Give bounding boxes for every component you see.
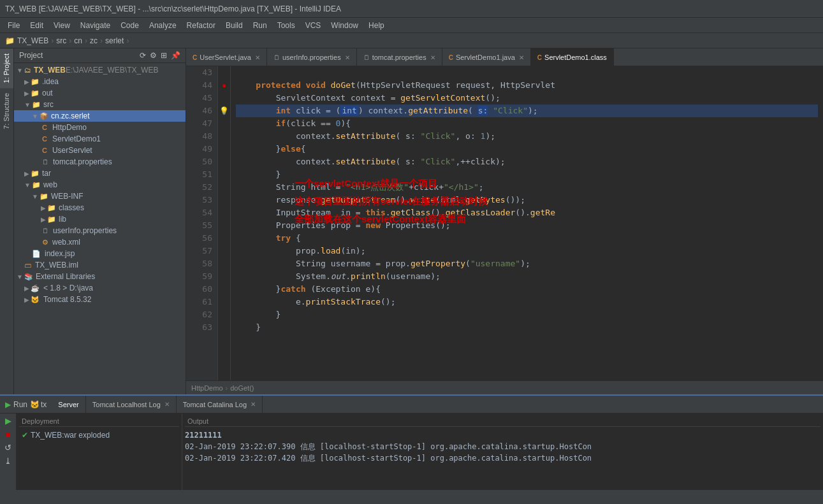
breadcrumb-item[interactable]: serlet bbox=[105, 36, 124, 45]
breadcrumb-item[interactable]: src bbox=[56, 36, 66, 45]
run-icon2: 🐱 bbox=[30, 400, 40, 409]
breakpoint-icon: ● bbox=[218, 79, 230, 92]
tree-item-label: WEB-INF bbox=[51, 192, 84, 201]
expand-icon[interactable]: ⊞ bbox=[161, 51, 167, 60]
code-line-47: if(click == 0){ bbox=[236, 117, 818, 130]
tree-item-webxml[interactable]: ⚙ web.xml bbox=[14, 236, 186, 248]
tree-item-userservlet[interactable]: C UserServlet bbox=[14, 145, 186, 156]
menu-item-code[interactable]: Code bbox=[115, 20, 144, 31]
menu-item-file[interactable]: File bbox=[3, 20, 25, 31]
sidebar-tab-project[interactable]: 1: Project bbox=[0, 48, 13, 88]
deployment-item: ✔ TX_WEB:war exploded bbox=[19, 429, 179, 441]
menubar: FileEditViewNavigateCodeAnalyzeRefactorB… bbox=[0, 18, 823, 33]
tree-item-external-libs[interactable]: ▼ 📚 External Libraries bbox=[14, 271, 186, 282]
menu-item-run[interactable]: Run bbox=[248, 20, 272, 31]
java-file-icon: C bbox=[42, 135, 47, 143]
menu-item-vcs[interactable]: VCS bbox=[300, 20, 326, 31]
run-scroll-button[interactable]: ⤓ bbox=[4, 456, 11, 466]
code-line-50: context.setAttribute( s: "Click",++click… bbox=[236, 155, 818, 168]
tree-item-userinfo-prop[interactable]: 🗒 userInfo.properties bbox=[14, 225, 186, 236]
run-panel: ▶ Run 🐱 tx Server Tomcat Localhost Log ✕… bbox=[0, 394, 823, 490]
menu-item-help[interactable]: Help bbox=[363, 20, 390, 31]
run-tab-server-label: Server bbox=[58, 401, 78, 408]
tree-item-webinf[interactable]: ▼ 📁 WEB-INF bbox=[14, 191, 186, 202]
menu-item-view[interactable]: View bbox=[48, 20, 75, 31]
run-restart-button[interactable]: ↺ bbox=[4, 443, 11, 452]
tree-item-label: TX_WEB bbox=[34, 66, 66, 75]
output-line-3: 02-Jan-2019 23:22:07.420 信息 [localhost-s… bbox=[185, 452, 820, 464]
run-tab-localhost-log-label: Tomcat Localhost Log bbox=[92, 401, 161, 408]
tree-item-iml[interactable]: 🗃 TX_WEB.iml bbox=[14, 259, 186, 271]
menu-item-build[interactable]: Build bbox=[221, 20, 248, 31]
tab-label: tomcat.properties bbox=[372, 54, 426, 61]
code-content[interactable]: protected void doGet(HttpServletRequest … bbox=[231, 66, 823, 380]
tree-item-classes[interactable]: ▶ 📁 classes bbox=[14, 202, 186, 213]
run-tab-close-icon[interactable]: ✕ bbox=[251, 401, 256, 408]
prop-file-icon: 🗒 bbox=[42, 158, 49, 166]
code-line-59: System.out.println(username); bbox=[236, 270, 818, 283]
tree-item-label: ServletDemo1 bbox=[52, 134, 101, 143]
menu-item-window[interactable]: Window bbox=[326, 20, 363, 31]
run-tab-catalina-log[interactable]: Tomcat Catalina Log ✕ bbox=[177, 396, 263, 414]
project-label: Project bbox=[19, 51, 43, 60]
breadcrumb-item[interactable]: TX_WEB bbox=[17, 36, 48, 45]
tab-close-icon[interactable]: ✕ bbox=[519, 54, 524, 61]
gear-icon[interactable]: ⚙ bbox=[150, 51, 157, 60]
menu-item-edit[interactable]: Edit bbox=[25, 20, 48, 31]
tab-label: ServletDemo1.java bbox=[456, 54, 515, 61]
run-label: ▶ Run 🐱 tx bbox=[0, 400, 52, 409]
tree-item-label: Tomcat 8.5.32 bbox=[43, 295, 91, 304]
editor-tabs: C UserServlet.java ✕ 🗒 userInfo.properti… bbox=[186, 48, 823, 66]
sync-icon[interactable]: ⟳ bbox=[140, 51, 146, 60]
tab-close-icon[interactable]: ✕ bbox=[345, 54, 350, 61]
pin-icon[interactable]: 📌 bbox=[171, 51, 180, 60]
tree-item-jdk[interactable]: ▶ ☕ < 1.8 > D:\java bbox=[14, 282, 186, 294]
tab-close-icon[interactable]: ✕ bbox=[255, 54, 260, 61]
menu-item-analyze[interactable]: Analyze bbox=[144, 20, 182, 31]
tree-item-idea[interactable]: ▶ 📁 .idea bbox=[14, 76, 186, 87]
tab-userinfo-prop[interactable]: 🗒 userInfo.properties ✕ bbox=[267, 48, 357, 66]
folder-icon: 📁 bbox=[47, 215, 56, 224]
menu-item-tools[interactable]: Tools bbox=[272, 20, 300, 31]
tree-item-cn-zc-serlet[interactable]: ▼ 📦 cn.zc.serlet bbox=[14, 110, 186, 122]
tab-servletdemo1-java[interactable]: C ServletDemo1.java ✕ bbox=[442, 48, 531, 66]
breadcrumb: 📁 TX_WEB › src › cn › zc › serlet › bbox=[0, 33, 823, 48]
run-tab-close-icon[interactable]: ✕ bbox=[164, 401, 170, 408]
tree-item-servletdemo1[interactable]: C ServletDemo1 bbox=[14, 133, 186, 145]
menu-item-refactor[interactable]: Refactor bbox=[182, 20, 221, 31]
tree-item-out[interactable]: ▶ 📁 out bbox=[14, 87, 186, 99]
run-icon: ▶ bbox=[5, 400, 11, 409]
folder-icon: 📁 bbox=[40, 192, 48, 201]
deployment-item-label: TX_WEB:war exploded bbox=[31, 431, 110, 440]
tree-item-label: web.xml bbox=[52, 238, 80, 247]
tab-tomcat-prop[interactable]: 🗒 tomcat.properties ✕ bbox=[357, 48, 442, 66]
tree-item-tomcat[interactable]: ▶ 🐱 Tomcat 8.5.32 bbox=[14, 294, 186, 305]
code-line-60: }catch (Exception e){ bbox=[236, 283, 818, 296]
breadcrumb-item[interactable]: zc bbox=[90, 36, 98, 45]
xml-file-icon: ⚙ bbox=[42, 238, 48, 247]
breadcrumb-httpdemo[interactable]: HttpDemo bbox=[191, 384, 223, 392]
tab-close-icon[interactable]: ✕ bbox=[430, 54, 435, 61]
tree-item-lib[interactable]: ▶ 📁 lib bbox=[14, 213, 186, 225]
tab-servletdemo1-class[interactable]: C ServletDemo1.class bbox=[531, 48, 614, 66]
tab-userservlet[interactable]: C UserServlet.java ✕ bbox=[186, 48, 267, 66]
run-tabs: ▶ Run 🐱 tx Server Tomcat Localhost Log ✕… bbox=[0, 396, 823, 414]
breadcrumb-item[interactable]: cn bbox=[74, 36, 82, 45]
tree-item-httpdemo[interactable]: C HttpDemo bbox=[14, 122, 186, 133]
run-tab-server[interactable]: Server bbox=[52, 396, 85, 414]
tree-item-web[interactable]: ▼ 📁 web bbox=[14, 179, 186, 191]
tree-item-tomcat-prop[interactable]: 🗒 tomcat.properties bbox=[14, 156, 186, 168]
sidebar-tab-structure[interactable]: 7: Structure bbox=[0, 88, 13, 134]
menu-item-navigate[interactable]: Navigate bbox=[75, 20, 115, 31]
tree-item-label: out bbox=[42, 89, 53, 97]
tree-item-tar[interactable]: ▶ 📁 tar bbox=[14, 168, 186, 179]
deploy-ok-icon: ✔ bbox=[22, 431, 28, 440]
run-stop-button[interactable]: ■ bbox=[6, 429, 11, 439]
breadcrumb-doget[interactable]: doGet() bbox=[230, 384, 254, 392]
bulb-icon[interactable]: 💡 bbox=[218, 104, 230, 117]
run-tab-localhost-log[interactable]: Tomcat Localhost Log ✕ bbox=[86, 396, 177, 414]
tree-item-root[interactable]: ▼ 🗂 TX_WEB E:\JAVAEE_WEB\TX_WEB bbox=[14, 64, 186, 76]
tree-item-indexjsp[interactable]: 📄 index.jsp bbox=[14, 248, 186, 259]
run-play-button[interactable]: ▶ bbox=[5, 416, 11, 426]
tree-item-src[interactable]: ▼ 📁 src bbox=[14, 99, 186, 110]
